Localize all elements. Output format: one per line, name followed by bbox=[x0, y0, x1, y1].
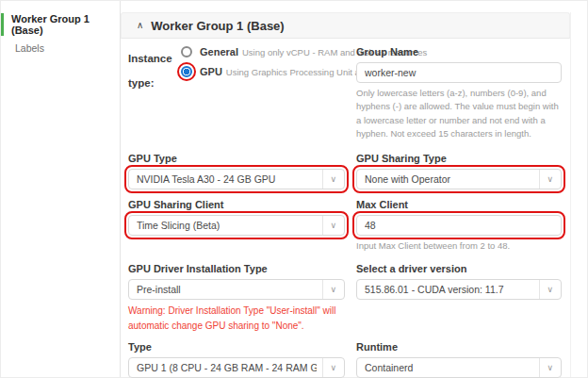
gpu-sharing-client-label: GPU Sharing Client bbox=[128, 199, 345, 210]
gpu-driver-installation-type-select[interactable]: Pre-install ∨ bbox=[128, 279, 345, 300]
worker-group-panel: ∧ Worker Group 1 (Base) Instance type: G… bbox=[121, 12, 571, 377]
panel-title: Worker Group 1 (Base) bbox=[151, 19, 284, 33]
sidebar-item-label: Labels bbox=[15, 42, 44, 54]
flavor-type-label: Type bbox=[128, 341, 345, 353]
group-name-input[interactable] bbox=[356, 62, 562, 83]
chevron-down-icon[interactable]: ∨ bbox=[322, 358, 336, 377]
sidebar-item-worker-group[interactable]: Worker Group 1 (Base) bbox=[1, 13, 120, 36]
max-client-field: Max Client Input Max Client between from… bbox=[356, 199, 562, 253]
sidebar-item-label: Worker Group 1 (Base) bbox=[11, 13, 90, 36]
gpu-sharing-type-label: GPU Sharing Type bbox=[356, 153, 562, 164]
page: Worker Group 1 (Base) Labels ∧ Worker Gr… bbox=[0, 0, 588, 378]
worker-group-form: Instance type: General Using only vCPU -… bbox=[121, 39, 570, 378]
chevron-down-icon[interactable]: ∨ bbox=[539, 170, 553, 189]
max-client-label: Max Client bbox=[356, 199, 562, 210]
driver-version-select[interactable]: 515.86.01 - CUDA version: 11.7 ∨ bbox=[356, 279, 562, 300]
panel-header[interactable]: ∧ Worker Group 1 (Base) bbox=[121, 12, 570, 39]
gpu-sharing-client-select[interactable]: Time Slicing (Beta) ∨ bbox=[128, 215, 345, 236]
driver-install-warning: Warning: Driver Installation Type "User-… bbox=[128, 304, 345, 333]
sidebar-item-labels[interactable]: Labels bbox=[1, 42, 120, 54]
chevron-down-icon[interactable]: ∨ bbox=[322, 280, 336, 299]
gpu-sharing-type-field: GPU Sharing Type None with Operator ∨ bbox=[356, 153, 562, 189]
flavor-type-field: Type GPU 1 (8 CPU - 24 GB RAM - 24 RAM G… bbox=[128, 341, 345, 378]
chevron-down-icon[interactable]: ∨ bbox=[322, 170, 336, 189]
flavor-type-select[interactable]: GPU 1 (8 CPU - 24 GB RAM - 24 RAM GPU) ∨ bbox=[128, 357, 345, 378]
gpu-sharing-type-select[interactable]: None with Operator ∨ bbox=[356, 169, 562, 189]
max-client-input[interactable] bbox=[356, 215, 562, 236]
instance-type-label: Instance type: bbox=[128, 46, 181, 140]
group-name-label: Group Name bbox=[356, 46, 562, 58]
gpu-driver-installation-type-label: GPU Driver Installation Type bbox=[128, 263, 345, 274]
gpu-driver-installation-type-field: GPU Driver Installation Type Pre-install… bbox=[128, 263, 345, 333]
gpu-sharing-client-field: GPU Sharing Client Time Slicing (Beta) ∨ bbox=[128, 199, 345, 253]
instance-type-field: Instance type: General Using only vCPU -… bbox=[128, 46, 345, 140]
runtime-label: Runtime bbox=[356, 341, 562, 353]
max-client-helper: Input Max Client between from 2 to 48. bbox=[356, 239, 562, 253]
chevron-down-icon[interactable]: ∨ bbox=[322, 216, 336, 235]
group-name-helper: Only lowercase letters (a-z), numbers (0… bbox=[356, 87, 562, 140]
chevron-down-icon[interactable]: ∨ bbox=[539, 358, 553, 377]
gpu-type-label: GPU Type bbox=[128, 153, 345, 164]
group-name-field: Group Name Only lowercase letters (a-z),… bbox=[356, 46, 562, 140]
runtime-select[interactable]: Containerd ∨ bbox=[356, 357, 562, 378]
chevron-down-icon[interactable]: ∨ bbox=[539, 280, 553, 299]
chevron-up-icon[interactable]: ∧ bbox=[137, 21, 143, 30]
radio-general-icon[interactable] bbox=[181, 46, 192, 58]
driver-version-field: Select a driver version 515.86.01 - CUDA… bbox=[356, 263, 562, 333]
driver-version-label: Select a driver version bbox=[356, 263, 562, 274]
runtime-field: Runtime Containerd ∨ Choose Container Ru… bbox=[356, 341, 562, 378]
sidebar: Worker Group 1 (Base) Labels bbox=[1, 1, 121, 377]
gpu-type-field: GPU Type NVIDIA Tesla A30 - 24 GB GPU ∨ bbox=[128, 153, 345, 189]
radio-gpu-icon[interactable] bbox=[181, 66, 192, 77]
gpu-type-select[interactable]: NVIDIA Tesla A30 - 24 GB GPU ∨ bbox=[128, 169, 345, 189]
